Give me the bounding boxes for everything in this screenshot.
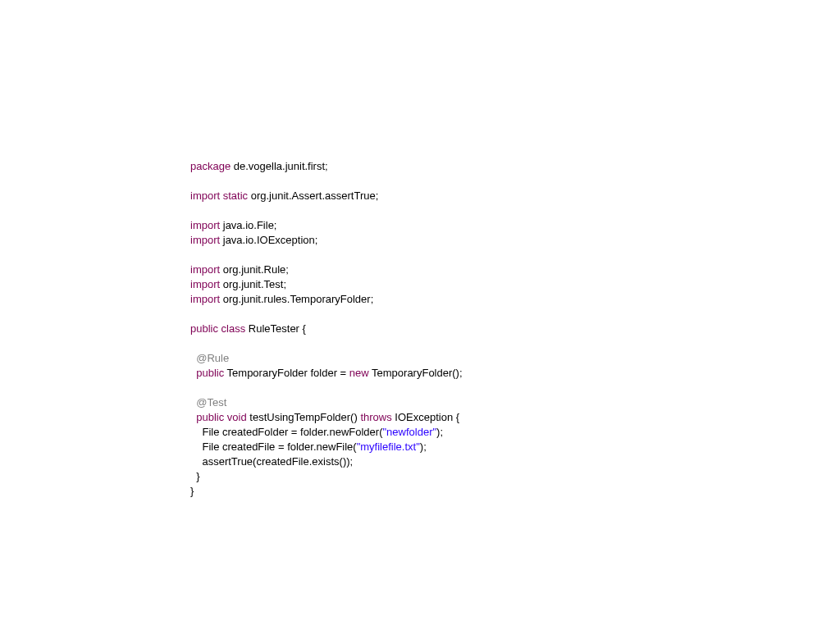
annotation-test: @Test <box>190 396 226 409</box>
import-target: org.junit.rules.TemporaryFolder; <box>220 293 373 305</box>
keyword-new: new <box>349 367 369 379</box>
keyword-import: import <box>190 234 220 246</box>
import-target: org.junit.Rule; <box>220 263 289 276</box>
keyword-public: public <box>190 411 224 423</box>
field-declaration: TemporaryFolder(); <box>369 367 463 379</box>
method-throws: IOException { <box>392 411 459 423</box>
method-name: testUsingTempFolder() <box>247 411 361 423</box>
import-target: java.io.File; <box>220 219 276 231</box>
close-brace: } <box>190 470 200 482</box>
keyword-throws: throws <box>360 411 391 423</box>
keyword-import: import <box>190 189 220 202</box>
keyword-class: class <box>218 322 245 335</box>
import-target: java.io.IOException; <box>220 234 317 246</box>
statement: ); <box>436 426 443 438</box>
keyword-import: import <box>190 293 220 305</box>
keyword-package: package <box>190 160 231 172</box>
keyword-import: import <box>190 278 220 290</box>
annotation-rule: @Rule <box>190 352 229 364</box>
keyword-public: public <box>190 367 224 379</box>
keyword-void: void <box>224 411 246 423</box>
statement: ); <box>420 441 427 453</box>
package-name: de.vogella.junit.first; <box>231 160 328 172</box>
string-literal: "newfolder" <box>382 426 436 438</box>
keyword-import: import <box>190 263 220 276</box>
class-declaration: RuleTester { <box>245 322 306 335</box>
statement: assertTrue(createdFile.exists()); <box>190 455 353 468</box>
field-declaration: TemporaryFolder folder = <box>224 367 349 379</box>
code-block: package de.vogella.junit.first; import s… <box>0 0 840 499</box>
statement: File createdFile = folder.newFile( <box>190 441 357 453</box>
close-brace: } <box>190 485 197 497</box>
keyword-import: import <box>190 219 220 231</box>
keyword-public: public <box>190 322 218 335</box>
import-target: org.junit.Assert.assertTrue; <box>248 189 378 202</box>
import-target: org.junit.Test; <box>220 278 286 290</box>
keyword-static: static <box>220 189 248 202</box>
statement: File createdFolder = folder.newFolder( <box>190 426 382 438</box>
string-literal: "myfilefile.txt" <box>357 441 420 453</box>
